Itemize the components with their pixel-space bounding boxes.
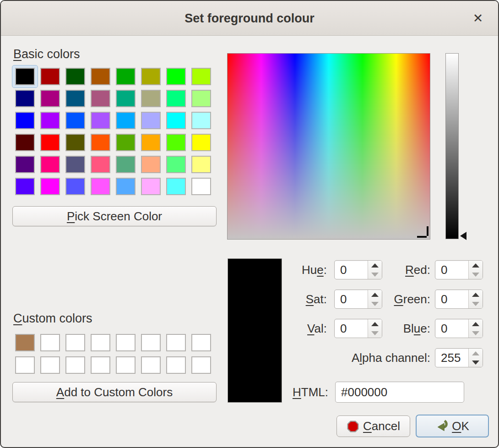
swatch-color [141,356,161,374]
basic-color-swatch[interactable] [163,131,189,153]
basic-color-swatch[interactable] [63,175,88,197]
cancel-button[interactable]: Cancel [336,415,410,437]
basic-color-swatch[interactable] [138,153,163,175]
red-value[interactable]: 0 [435,261,468,279]
custom-color-swatch[interactable] [38,354,63,376]
green-decrement-button[interactable] [469,299,483,308]
custom-color-swatch[interactable] [138,331,163,354]
basic-color-swatch[interactable] [113,175,138,197]
basic-color-swatch[interactable] [189,131,214,153]
set-foreground-colour-dialog: Set foreground colour ✕ Basic colors Pic… [0,0,499,448]
basic-color-swatch[interactable] [138,109,163,131]
custom-color-swatch[interactable] [63,354,88,376]
basic-color-swatch[interactable] [88,87,113,109]
alpha-decrement-button[interactable] [469,358,483,367]
basic-color-swatch[interactable] [88,109,113,131]
swatch-color [141,90,161,107]
close-icon[interactable]: ✕ [470,9,486,27]
blue-decrement-button[interactable] [469,328,483,338]
add-to-custom-colors-button[interactable]: Add to Custom Colors [12,382,217,402]
custom-color-swatch[interactable] [12,331,38,354]
basic-color-swatch[interactable] [12,66,38,87]
custom-color-swatch[interactable] [113,331,138,354]
sat-spinbox[interactable]: 0 [334,290,382,309]
basic-color-swatch[interactable] [189,175,214,197]
basic-color-swatch[interactable] [88,131,113,153]
red-decrement-button[interactable] [469,270,483,279]
alpha-spinbox[interactable]: 255 [435,348,483,367]
custom-color-swatch[interactable] [88,331,113,354]
blue-value[interactable]: 0 [435,319,468,338]
basic-color-swatch[interactable] [138,66,163,87]
basic-color-swatch[interactable] [163,87,189,109]
hue-value[interactable]: 0 [335,261,368,279]
custom-color-swatch[interactable] [63,331,88,354]
basic-color-swatch[interactable] [113,131,138,153]
green-value[interactable]: 0 [435,290,468,308]
basic-color-swatch[interactable] [63,87,88,109]
custom-color-swatch[interactable] [189,354,214,376]
basic-color-swatch[interactable] [113,109,138,131]
basic-color-swatch[interactable] [88,175,113,197]
hue-saturation-gradient[interactable] [227,53,430,240]
custom-color-swatch[interactable] [88,354,113,376]
basic-color-swatch[interactable] [38,153,63,175]
alpha-increment-button[interactable] [469,349,483,358]
basic-color-swatch[interactable] [189,66,214,87]
swatch-color [40,356,60,374]
custom-color-swatch[interactable] [163,354,189,376]
basic-color-swatch[interactable] [163,66,189,87]
val-value[interactable]: 0 [335,319,368,338]
basic-color-swatch[interactable] [138,87,163,109]
basic-color-swatch[interactable] [189,153,214,175]
basic-color-swatch[interactable] [88,153,113,175]
red-spinbox[interactable]: 0 [435,260,483,279]
custom-color-swatch[interactable] [38,331,63,354]
blue-increment-button[interactable] [469,319,483,328]
green-spinbox[interactable]: 0 [435,290,483,309]
basic-color-swatch[interactable] [12,109,38,131]
basic-color-swatch[interactable] [88,66,113,87]
blue-spinbox[interactable]: 0 [435,319,483,338]
basic-color-swatch[interactable] [38,175,63,197]
basic-color-swatch[interactable] [38,66,63,87]
ok-button[interactable]: OK [416,415,489,437]
basic-color-swatch[interactable] [12,153,38,175]
basic-color-swatch[interactable] [138,175,163,197]
basic-color-swatch[interactable] [38,87,63,109]
sat-value[interactable]: 0 [335,290,368,308]
val-spinbox[interactable]: 0 [334,319,382,338]
custom-color-swatch[interactable] [163,331,189,354]
basic-color-swatch[interactable] [113,66,138,87]
basic-color-swatch[interactable] [113,153,138,175]
red-increment-button[interactable] [469,261,483,270]
basic-color-swatch[interactable] [63,109,88,131]
custom-color-swatch[interactable] [138,354,163,376]
green-increment-button[interactable] [469,290,483,299]
basic-color-swatch[interactable] [63,131,88,153]
stop-octagon-icon [347,420,359,433]
basic-color-swatch[interactable] [12,131,38,153]
basic-color-swatch[interactable] [189,109,214,131]
basic-color-swatch[interactable] [138,131,163,153]
custom-color-swatch[interactable] [113,354,138,376]
basic-color-swatch[interactable] [163,175,189,197]
html-color-input[interactable] [335,382,464,403]
basic-color-swatch[interactable] [113,87,138,109]
basic-color-swatch[interactable] [189,87,214,109]
basic-color-swatch[interactable] [163,109,189,131]
pick-screen-color-button[interactable]: Pick Screen Color [12,206,217,226]
basic-color-swatch[interactable] [63,153,88,175]
basic-color-swatch[interactable] [38,131,63,153]
basic-color-swatch[interactable] [163,153,189,175]
hue-spinbox[interactable]: 0 [334,260,382,279]
basic-color-swatch[interactable] [12,175,38,197]
custom-color-swatch[interactable] [189,331,214,354]
basic-color-swatch[interactable] [12,87,38,109]
alpha-value[interactable]: 255 [435,349,468,367]
basic-color-swatch[interactable] [63,66,88,87]
value-slider[interactable] [445,53,459,239]
basic-color-swatch[interactable] [38,109,63,131]
custom-color-swatch[interactable] [12,354,38,376]
value-slider-handle-icon[interactable] [460,232,466,240]
